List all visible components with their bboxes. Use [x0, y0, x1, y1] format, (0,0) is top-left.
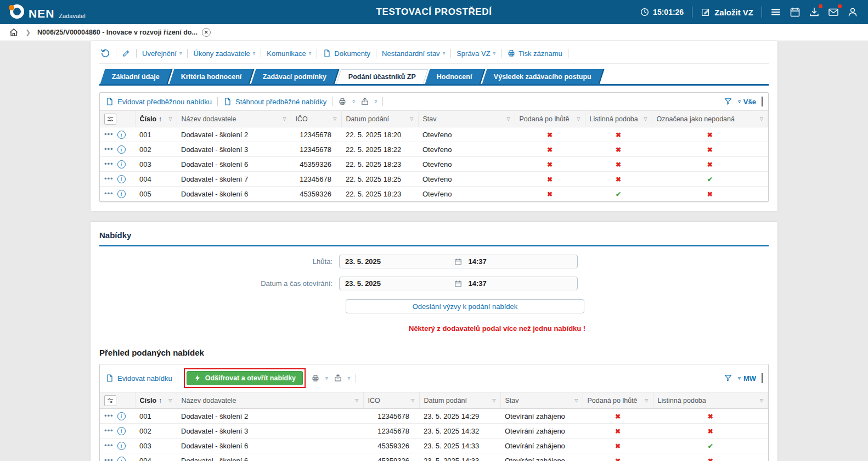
- menu-sprava-vz[interactable]: Správa VZ▿: [456, 49, 495, 58]
- chevron-down-icon[interactable]: ▿: [375, 99, 377, 104]
- info-button[interactable]: i: [117, 412, 126, 420]
- stahnout-predbezne-nabidky-link[interactable]: Stáhnout předběžné nabídky: [223, 97, 326, 106]
- close-record-button[interactable]: ✕: [202, 28, 211, 37]
- menu-ukony-zadavatele[interactable]: Úkony zadavatele▿: [193, 49, 255, 58]
- column-header-nazev[interactable]: Název dodavatele▽: [177, 111, 291, 127]
- info-button[interactable]: i: [117, 427, 126, 435]
- home-button[interactable]: [9, 27, 19, 37]
- column-header-stav[interactable]: Stav▽: [500, 392, 583, 409]
- column-header-listinna-podoba[interactable]: Listinná podoba▽: [585, 111, 652, 127]
- info-button[interactable]: i: [117, 190, 126, 198]
- more-actions-button[interactable]: •••: [104, 147, 114, 152]
- filter-chevron-icon[interactable]: ▽: [574, 398, 578, 403]
- column-header-ico[interactable]: IČO▽: [363, 392, 419, 409]
- filter-chevron-icon[interactable]: ▽: [644, 116, 647, 121]
- history-button[interactable]: [100, 48, 110, 58]
- lhuta-field[interactable]: 23. 5. 2025 14:37: [339, 255, 578, 268]
- print-button[interactable]: [338, 97, 347, 106]
- tab-vysledek-zadavaciho-postupu[interactable]: Výsledek zadávacího postupu: [482, 69, 604, 84]
- more-actions-button[interactable]: •••: [104, 132, 114, 137]
- lhuta-time-value[interactable]: 14:37: [462, 257, 578, 266]
- info-button[interactable]: i: [117, 160, 126, 168]
- filter-chevron-icon[interactable]: ▽: [760, 398, 763, 403]
- column-header-stav[interactable]: Stav▽: [418, 111, 515, 127]
- menu-nestandardni-stav[interactable]: Nestandardní stav▿: [382, 49, 445, 58]
- filter-chevron-icon[interactable]: ▽: [333, 116, 336, 121]
- table-row[interactable]: •••i 005 Dodavatel - školení 6 45359326 …: [100, 187, 768, 201]
- table-row[interactable]: •••i 002 Dodavatel - školení 3 12345678 …: [100, 424, 768, 438]
- column-header-cislo[interactable]: Číslo↑▽: [135, 392, 177, 409]
- filter-button[interactable]: [724, 374, 732, 383]
- column-header-ico[interactable]: IČO▽: [291, 111, 341, 127]
- chevron-down-icon[interactable]: ▿: [348, 375, 351, 381]
- tab-zakladni-udaje[interactable]: Základní údaje: [100, 69, 173, 84]
- menu-tisk-zaznamu[interactable]: Tisk záznamu: [507, 49, 562, 58]
- filter-chevron-icon[interactable]: ▽: [492, 398, 495, 403]
- more-actions-button[interactable]: •••: [104, 428, 114, 434]
- table-row[interactable]: •••i 001 Dodavatel - školení 2 12345678 …: [100, 409, 768, 424]
- column-header-podana-po-lhute[interactable]: Podaná po lhůtě▽: [515, 111, 585, 127]
- column-header-datum[interactable]: Datum podání▽: [341, 111, 418, 127]
- tab-podani-ucastniku-zp[interactable]: Podání účastníků ZP: [336, 69, 429, 84]
- column-header-podana-po-lhute[interactable]: Podaná po lhůtě▽: [583, 392, 653, 409]
- chevron-down-icon[interactable]: ▿: [325, 375, 328, 381]
- menu-komunikace[interactable]: Komunikace▿: [267, 49, 311, 58]
- calendar-button[interactable]: [790, 7, 801, 18]
- evidovat-nabidku-link[interactable]: Evidovat nabídku: [105, 374, 172, 383]
- more-actions-button[interactable]: •••: [104, 443, 114, 448]
- column-settings-button[interactable]: [104, 395, 116, 406]
- otevirani-field[interactable]: 23. 5. 2025 14:37: [339, 277, 578, 290]
- view-filter-select[interactable]: ▿Vše: [738, 98, 756, 106]
- edit-record-button[interactable]: [122, 49, 131, 58]
- filter-chevron-icon[interactable]: ▽: [577, 116, 580, 121]
- main-menu-button[interactable]: [770, 7, 781, 18]
- filter-chevron-icon[interactable]: ▽: [410, 116, 413, 121]
- send-invitation-button[interactable]: Odeslání výzvy k podání nabídek: [346, 299, 584, 313]
- more-actions-button[interactable]: •••: [104, 176, 114, 182]
- filter-chevron-icon[interactable]: ▽: [355, 398, 358, 403]
- table-row[interactable]: •••i 003 Dodavatel - školení 6 45359326 …: [100, 438, 768, 453]
- menu-uverejneni[interactable]: Uveřejnění▿: [142, 49, 182, 58]
- table-row[interactable]: •••i 002 Dodavatel - školení 3 12345678 …: [100, 142, 768, 157]
- column-header-listinna-podoba[interactable]: Listinná podoba▽: [653, 392, 768, 409]
- downloads-button[interactable]: [809, 7, 820, 18]
- breadcrumb-item[interactable]: N006/25/V00004860 - Inovace v rozvoji ří…: [37, 28, 211, 37]
- more-actions-button[interactable]: •••: [104, 161, 114, 167]
- column-header-cislo[interactable]: Číslo↑▽: [135, 111, 177, 127]
- more-actions-button[interactable]: •••: [104, 458, 114, 461]
- filter-chevron-icon[interactable]: ▽: [760, 116, 763, 121]
- calendar-icon[interactable]: [454, 258, 462, 266]
- table-row[interactable]: •••i 003 Dodavatel - školení 6 45359326 …: [100, 157, 768, 172]
- otevirani-time-value[interactable]: 14:37: [462, 279, 578, 288]
- filter-chevron-icon[interactable]: ▽: [411, 398, 414, 403]
- messages-button[interactable]: [828, 7, 839, 18]
- nen-logo[interactable]: NEN Zadavatel: [10, 4, 86, 20]
- filter-chevron-icon[interactable]: ▽: [283, 116, 286, 121]
- table-row[interactable]: •••i 004 Dodavatel - školení 6 45359326 …: [100, 453, 768, 461]
- column-settings-button[interactable]: [104, 114, 116, 125]
- table-row[interactable]: •••i 001 Dodavatel - školení 2 12345678 …: [100, 127, 768, 142]
- profile-button[interactable]: [847, 7, 858, 18]
- tab-zadavaci-podminky[interactable]: Zadávací podmínky: [251, 69, 340, 84]
- info-button[interactable]: i: [117, 131, 126, 139]
- info-button[interactable]: i: [117, 457, 126, 461]
- sort-asc-icon[interactable]: ↑: [159, 115, 162, 123]
- table-row[interactable]: •••i 004 Dodavatel - školení 7 12345678 …: [100, 172, 768, 187]
- column-header-datum[interactable]: Datum podání▽: [419, 392, 500, 409]
- info-button[interactable]: i: [117, 145, 126, 154]
- info-button[interactable]: i: [117, 175, 126, 183]
- filter-chevron-icon[interactable]: ▽: [645, 398, 648, 403]
- column-header-oznacena-nepodana[interactable]: Označena jako nepodaná▽: [652, 111, 768, 127]
- evidovat-predbeznou-nabidku-link[interactable]: Evidovat předběžnou nabídku: [105, 97, 212, 106]
- chevron-down-icon[interactable]: ▿: [352, 99, 355, 104]
- create-vz-button[interactable]: Založit VZ: [701, 7, 753, 17]
- filter-chevron-icon[interactable]: ▽: [506, 116, 510, 121]
- sort-asc-icon[interactable]: ↑: [159, 397, 162, 404]
- column-header-nazev[interactable]: Název dodavatele▽: [177, 392, 363, 409]
- export-button[interactable]: [360, 97, 369, 106]
- filter-chevron-icon[interactable]: ▽: [168, 398, 172, 403]
- filter-button[interactable]: [724, 97, 732, 106]
- export-button[interactable]: [334, 374, 342, 383]
- otevirani-date-value[interactable]: 23. 5. 2025: [340, 279, 454, 288]
- more-actions-button[interactable]: •••: [104, 191, 114, 196]
